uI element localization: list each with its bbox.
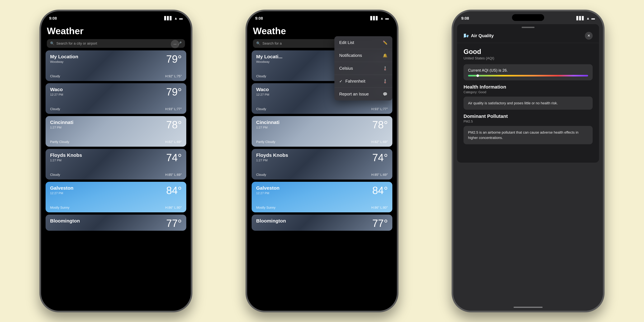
menu-label-edit: Edit List [339, 40, 354, 45]
menu-label-celsius: Celsius [339, 66, 353, 71]
card2-condition-1: Cloudy [256, 74, 266, 78]
card2-sub-2: 12:27 PM [256, 93, 269, 96]
dynamic-island-2 [306, 14, 338, 21]
search-icon-2: 🔍 [256, 42, 260, 46]
more-button-1[interactable]: ··· [171, 40, 179, 48]
weather-card-2-cincinnati[interactable]: Cincinnati 1:27 PM 78° Partly Cloudy H:8… [252, 116, 392, 147]
card2-temp-3: 78° [372, 120, 388, 130]
home-indicator-3 [514, 307, 542, 308]
status-time-1: 9:08 [49, 16, 57, 20]
weather-title-1: Weather [47, 26, 185, 36]
card-condition-1: Cloudy [50, 74, 60, 78]
report-icon: 💬 [383, 92, 388, 96]
menu-item-edit-list[interactable]: Edit List ✏️ [334, 36, 392, 49]
card-sub-5: 12:27 PM [50, 192, 74, 195]
card-hilo-1: H:92° L:75° [165, 74, 182, 78]
phone-1: 9:08 ▋▋▋ ▲ ▬ Weather ··· 🔍 Search for a … [40, 10, 192, 312]
status-icons-2: ▋▋▋ ▲ ▬ [370, 16, 389, 20]
weather-card-galveston[interactable]: Galveston 12:27 PM 84° Mostly Sunny H:86… [46, 182, 186, 212]
card-city-6: Bloomington [50, 218, 80, 224]
battery-icon-3: ▬ [591, 16, 595, 20]
status-icons-1: ▋▋▋ ▲ ▬ [164, 16, 183, 20]
card2-city-6: Bloomington [256, 218, 286, 224]
weather-card-my-location[interactable]: My Location Woodway 79° Cloudy H:92° L:7… [46, 50, 186, 81]
card-hilo-5: H:86° L:80° [165, 206, 182, 210]
card-sub-4: 1:27 PM [50, 158, 82, 162]
weather-card-cincinnati[interactable]: Cincinnati 1:27 PM 78° Partly Cloudy H:8… [46, 116, 186, 147]
card-city-2: Waco [50, 87, 63, 92]
card2-city-4: Floyds Knobs [256, 152, 288, 158]
menu-label-fahrenheit: Fahrenheit [345, 79, 365, 84]
card2-condition-5: Mostly Sunny [256, 206, 276, 210]
card-temp-2: 79° [166, 87, 182, 97]
signal-icon-3: ▋▋▋ [576, 16, 584, 20]
card2-city-3: Cincinnati [256, 120, 280, 125]
thermometer-icon-celsius: 🌡️ [383, 66, 388, 71]
menu-item-celsius[interactable]: Celsius 🌡️ [334, 62, 392, 75]
menu-label-notifications: Notifications [339, 53, 362, 58]
battery-icon: ▬ [179, 16, 183, 20]
dynamic-island-1 [100, 14, 132, 21]
aq-aqi-card: Current AQI (US) is 26. [464, 64, 593, 80]
weather-card-2-bloomington[interactable]: Bloomington 77° [252, 214, 392, 231]
air-quality-screen: 9:08 ▋▋▋ ▲ ▬ 🌬️ Air Quality ✕ [453, 11, 603, 311]
aq-close-button[interactable]: ✕ [585, 32, 593, 40]
card2-sub-1: Woodway [256, 60, 282, 64]
aq-modal-title: Air Quality [471, 33, 494, 38]
weather-card-floyds-knobs[interactable]: Floyds Knobs 1:27 PM 74° Cloudy H:85° L:… [46, 149, 186, 180]
aq-pollutant-card: PM2.5 is an airborne pollutant that can … [464, 126, 593, 144]
card2-city-1: My Locati... [256, 54, 282, 60]
card-hilo-3: H:82° L:69° [165, 140, 182, 144]
aq-pollutant-title: Dominant Pollutant [464, 114, 593, 119]
card2-hilo-5: H:86° L:80° [371, 206, 388, 210]
card-temp-6: 77° [166, 218, 182, 228]
weather-card-2-galveston[interactable]: Galveston 12:27 PM 84° Mostly Sunny H:86… [252, 182, 392, 212]
search-bar-1[interactable]: 🔍 Search for a city or airport 🎤 [47, 39, 185, 48]
card-sub-1: Woodway [50, 60, 78, 64]
card-condition-4: Cloudy [50, 173, 60, 176]
aq-bar [468, 75, 588, 76]
card-hilo-2: H:93° L:77° [165, 107, 182, 111]
card-city-4: Floyds Knobs [50, 152, 82, 158]
weather-card-waco[interactable]: Waco 12:27 PM 79° Cloudy H:93° L:77° [46, 83, 186, 114]
menu-item-notifications[interactable]: Notifications 🔔 [334, 49, 392, 62]
handle-bar [522, 27, 534, 28]
card-temp-3: 78° [166, 120, 182, 130]
status-time-2: 9:08 [255, 16, 263, 20]
signal-icon-2: ▋▋▋ [370, 16, 378, 20]
wifi-icon-3: ▲ [586, 16, 590, 20]
card2-hilo-3: H:82° L:69° [371, 140, 388, 144]
aq-title-row: 🌬️ Air Quality [464, 33, 494, 38]
phone-2: 9:08 ▋▋▋ ▲ ▬ Weathe ··· 🔍 Search for a [246, 10, 398, 312]
search-placeholder-1: Search for a city or airport [56, 42, 176, 46]
card2-city-5: Galveston [256, 185, 280, 191]
edit-icon: ✏️ [383, 40, 388, 45]
card2-condition-4: Cloudy [256, 173, 266, 176]
aq-country: United States (AQI) [464, 56, 593, 60]
dynamic-island-3 [512, 14, 544, 21]
phone-3-screen: 9:08 ▋▋▋ ▲ ▬ 🌬️ Air Quality ✕ [453, 11, 603, 311]
menu-item-report[interactable]: Report an Issue 💬 [334, 88, 392, 100]
weather-list-1: My Location Woodway 79° Cloudy H:92° L:7… [41, 50, 191, 231]
card2-condition-3: Partly Cloudy [256, 140, 275, 144]
card2-temp-4: 74° [372, 152, 388, 163]
card-temp-4: 74° [166, 152, 182, 163]
weather-card-2-floyds-knobs[interactable]: Floyds Knobs 1:27 PM 74° Cloudy H:85° L:… [252, 149, 392, 180]
card2-city-2: Waco [256, 87, 269, 92]
menu-item-fahrenheit[interactable]: ✓ Fahrenheit 🌡️ [334, 75, 392, 88]
menu-label-report: Report an Issue [339, 92, 369, 96]
card2-temp-5: 84° [372, 185, 388, 196]
dropdown-menu: Edit List ✏️ Notifications 🔔 Celsius 🌡️ [334, 36, 392, 100]
card2-sub-3: 1:27 PM [256, 126, 280, 129]
weather-card-bloomington[interactable]: Bloomington 77° [46, 214, 186, 231]
card-hilo-4: H:85° L:69° [165, 173, 182, 176]
thermometer-icon-fahrenheit: 🌡️ [383, 79, 388, 84]
wifi-icon: ▲ [174, 16, 178, 20]
search-icon-1: 🔍 [50, 42, 54, 46]
status-time-3: 9:08 [461, 16, 469, 20]
aq-pollutant-name: PM2.5 [464, 120, 593, 123]
card2-hilo-4: H:85° L:69° [371, 173, 388, 176]
card-city-5: Galveston [50, 185, 74, 191]
card-city-1: My Location [50, 54, 78, 60]
card-sub-2: 12:27 PM [50, 93, 63, 96]
